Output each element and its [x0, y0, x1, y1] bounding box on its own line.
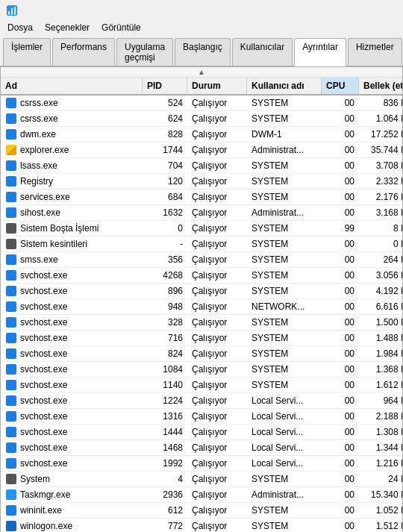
col-header-status[interactable]: Durum: [187, 78, 247, 94]
table-row[interactable]: svchost.exe716ÇalışıyorSYSTEM001.488 K: [1, 331, 402, 346]
table-row[interactable]: wininit.exe612ÇalışıyorSYSTEM001.052 K: [1, 503, 402, 519]
process-icon: [5, 457, 17, 469]
table-row[interactable]: Taskmgr.exe2936ÇalışıyorAdministrat...00…: [1, 487, 402, 503]
cell-pid: 1224: [143, 393, 187, 408]
cell-cpu: 00: [322, 472, 359, 486]
table-row[interactable]: svchost.exe4268ÇalışıyorSYSTEM003.056 K: [1, 268, 402, 284]
cell-cpu: 00: [322, 111, 359, 126]
cell-cpu: 00: [322, 315, 359, 330]
table-row[interactable]: svchost.exe1224ÇalışıyorLocal Servi...00…: [1, 393, 402, 409]
cell-pid: 824: [143, 346, 187, 361]
cell-user: SYSTEM: [247, 252, 322, 267]
table-row[interactable]: Registry120ÇalışıyorSYSTEM002.332 K: [1, 174, 402, 190]
cell-memory: 3.168 K: [359, 205, 402, 220]
cell-user: SYSTEM: [247, 111, 322, 126]
cell-user: Local Servi...: [247, 393, 322, 408]
col-header-pid[interactable]: PID: [143, 78, 187, 94]
cell-memory: 3.708 K: [359, 158, 402, 173]
cell-name: svchost.exe: [1, 409, 143, 424]
table-row[interactable]: svchost.exe948ÇalışıyorNETWORK...006.616…: [1, 299, 402, 315]
cell-name: Registry: [1, 174, 143, 189]
cell-name-text: svchost.exe: [20, 395, 67, 406]
cell-pid: 896: [143, 284, 187, 298]
cell-name: smss.exe: [1, 252, 143, 267]
table-row[interactable]: Sistem kesintileri-ÇalışıyorSYSTEM000 K: [1, 237, 402, 252]
tab-uygulama-geçmişi[interactable]: Uygulama geçmişi: [116, 38, 173, 66]
table-row[interactable]: services.exe684ÇalışıyorSYSTEM002.176 K: [1, 190, 402, 205]
process-icon: [5, 410, 17, 422]
process-icon: [5, 191, 17, 203]
tab-i̇şlemler[interactable]: İşlemler: [3, 38, 51, 66]
cell-name: svchost.exe: [1, 299, 143, 314]
table-row[interactable]: sihost.exe1632ÇalışıyorAdministrat...003…: [1, 205, 402, 221]
cell-name-text: svchost.exe: [20, 442, 67, 453]
col-header-cpu[interactable]: CPU: [322, 78, 359, 94]
table-row[interactable]: csrss.exe524ÇalışıyorSYSTEM00836 K: [1, 96, 402, 111]
cell-pid: 704: [143, 158, 187, 173]
table-row[interactable]: lsass.exe704ÇalışıyorSYSTEM003.708 K: [1, 158, 402, 174]
tab-performans[interactable]: Performans: [52, 38, 115, 66]
cell-cpu: 00: [322, 425, 359, 439]
col-header-memory[interactable]: Bellek (etki...: [359, 78, 403, 94]
cell-name: csrss.exe: [1, 96, 143, 110]
cell-name-text: svchost.exe: [20, 427, 67, 437]
cell-status: Çalışıyor: [187, 205, 247, 220]
table-row[interactable]: smss.exe356ÇalışıyorSYSTEM00264 K: [1, 252, 402, 268]
cell-name-text: Sistem Boşta İşlemi: [20, 223, 99, 234]
cell-name-text: svchost.exe: [20, 380, 67, 390]
cell-name-text: dwm.exe: [20, 129, 56, 140]
table-row[interactable]: svchost.exe1084ÇalışıyorSYSTEM001.368 K: [1, 362, 402, 378]
cell-memory: 6.616 K: [359, 299, 402, 314]
cell-memory: 2.332 K: [359, 174, 402, 189]
process-icon: [5, 113, 17, 125]
cell-user: NETWORK...: [247, 299, 322, 314]
table-row[interactable]: svchost.exe1468ÇalışıyorLocal Servi...00…: [1, 440, 402, 456]
cell-cpu: 00: [322, 487, 359, 502]
svg-rect-2: [11, 8, 13, 15]
table-row[interactable]: dwm.exe828ÇalışıyorDWM-10017.252 K: [1, 127, 402, 143]
table-row[interactable]: svchost.exe896ÇalışıyorSYSTEM004.192 K: [1, 284, 402, 299]
table-row[interactable]: svchost.exe824ÇalışıyorSYSTEM001.984 K: [1, 346, 402, 362]
table-row[interactable]: svchost.exe1992ÇalışıyorLocal Servi...00…: [1, 456, 402, 472]
cell-status: Çalışıyor: [187, 127, 247, 142]
table-row[interactable]: winlogon.exe772ÇalışıyorSYSTEM001.512 K: [1, 519, 402, 532]
cell-memory: 1.984 K: [359, 346, 402, 361]
cell-cpu: 00: [322, 456, 359, 471]
tab-kullanıcılar[interactable]: Kullanıcılar: [232, 38, 293, 66]
process-icon: [5, 269, 17, 281]
cell-name: svchost.exe: [1, 393, 143, 408]
cell-name-text: wininit.exe: [20, 505, 62, 516]
table-row[interactable]: svchost.exe1140ÇalışıyorSYSTEM001.612 K: [1, 378, 402, 393]
cell-name-text: smss.exe: [20, 254, 58, 265]
menu-item-dosya[interactable]: Dosya: [6, 22, 34, 34]
cell-pid: 612: [143, 503, 187, 518]
cell-pid: 1084: [143, 362, 187, 377]
tab-hizmetler[interactable]: Hizmetler: [348, 38, 402, 66]
table-row[interactable]: svchost.exe1444ÇalışıyorLocal Servi...00…: [1, 425, 402, 440]
table-row[interactable]: System4ÇalışıyorSYSTEM0024 K: [1, 472, 402, 487]
menu-item-seçenekler[interactable]: Seçenekler: [43, 22, 91, 34]
cell-user: Administrat...: [247, 487, 322, 502]
cell-cpu: 00: [322, 331, 359, 345]
menu-item-görüntüle[interactable]: Görüntüle: [100, 22, 143, 34]
cell-cpu: 00: [322, 268, 359, 283]
cell-user: DWM-1: [247, 127, 322, 142]
cell-status: Çalışıyor: [187, 174, 247, 189]
table-row[interactable]: svchost.exe328ÇalışıyorSYSTEM001.500 K: [1, 315, 402, 331]
tab-ayrıntılar[interactable]: Ayrıntılar: [294, 38, 346, 66]
cell-name: wininit.exe: [1, 503, 143, 518]
cell-name-text: Taskmgr.exe: [20, 489, 70, 500]
table-row[interactable]: explorer.exe1744ÇalışıyorAdministrat...0…: [1, 143, 402, 158]
cell-status: Çalışıyor: [187, 111, 247, 126]
col-header-name[interactable]: Ad: [1, 78, 143, 94]
process-icon: [5, 426, 17, 438]
table-row[interactable]: csrss.exe624ÇalışıyorSYSTEM001.064 K: [1, 111, 402, 127]
cell-cpu: 00: [322, 299, 359, 314]
process-icon: [5, 254, 17, 266]
cell-status: Çalışıyor: [187, 346, 247, 361]
table-row[interactable]: Sistem Boşta İşlemi0ÇalışıyorSYSTEM998 K: [1, 221, 402, 237]
cell-pid: 624: [143, 111, 187, 126]
tab-başlangıç[interactable]: Başlangıç: [175, 38, 231, 66]
table-row[interactable]: svchost.exe1316ÇalışıyorLocal Servi...00…: [1, 409, 402, 425]
col-header-user[interactable]: Kullanıcı adı: [247, 78, 322, 94]
